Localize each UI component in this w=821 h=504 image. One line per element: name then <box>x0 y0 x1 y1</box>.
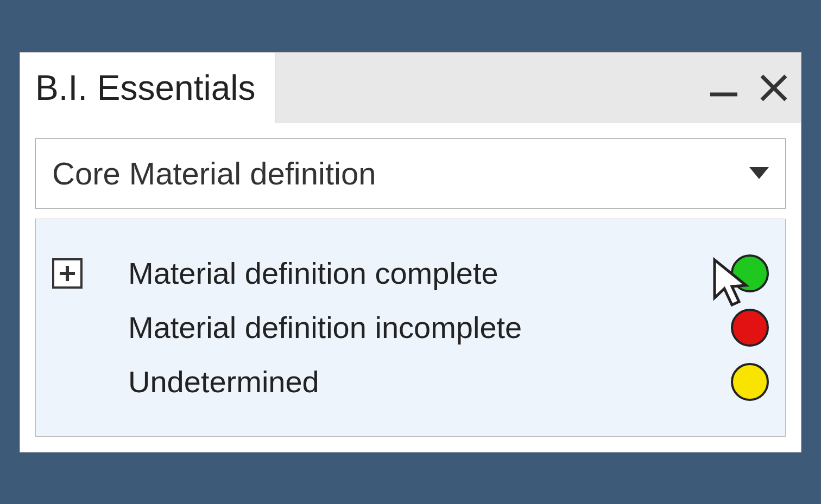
legend-box: Material definition complete Material de… <box>35 219 786 437</box>
close-button[interactable] <box>757 72 790 104</box>
plus-icon <box>58 264 77 283</box>
legend-row-undetermined: Undetermined <box>52 355 769 409</box>
legend-row-incomplete: Material definition incomplete <box>52 301 769 355</box>
content-area: Core Material definition Material defini… <box>20 123 801 452</box>
status-indicator-red[interactable] <box>731 309 769 347</box>
titlebar: B.I. Essentials <box>20 53 801 123</box>
minimize-button[interactable] <box>708 72 740 104</box>
expand-cell <box>52 258 128 289</box>
legend-label-complete: Material definition complete <box>128 256 720 291</box>
svg-marker-3 <box>749 167 769 179</box>
legend-label-undetermined: Undetermined <box>128 364 720 399</box>
titlebar-controls <box>275 53 801 123</box>
bi-essentials-panel: B.I. Essentials Core Material definition <box>20 52 801 452</box>
status-indicator-yellow[interactable] <box>731 363 769 401</box>
chevron-down-icon <box>749 167 769 180</box>
dropdown-selected-text: Core Material definition <box>52 155 376 192</box>
close-icon <box>757 72 790 104</box>
legend-row-complete: Material definition complete <box>52 246 769 301</box>
panel-title: B.I. Essentials <box>35 68 256 108</box>
title-tab: B.I. Essentials <box>20 53 275 123</box>
expand-button[interactable] <box>52 258 83 289</box>
minimize-icon <box>708 72 740 104</box>
definition-dropdown[interactable]: Core Material definition <box>35 138 786 209</box>
legend-label-incomplete: Material definition incomplete <box>128 310 720 345</box>
status-indicator-green[interactable] <box>731 254 769 292</box>
